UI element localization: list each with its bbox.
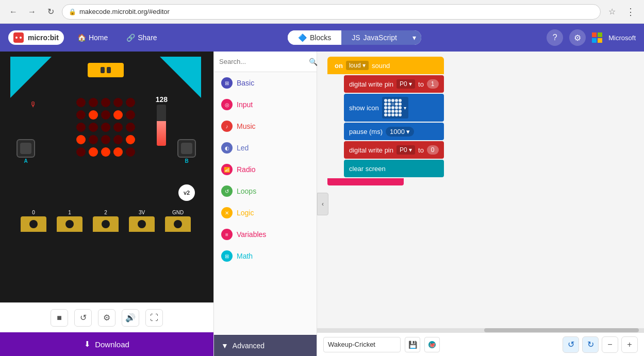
zoom-out-button[interactable]: − — [602, 336, 618, 353]
category-list: ⊞ Basic ◎ Input ♪ Music ◐ Led — [214, 72, 317, 335]
button-a[interactable]: A — [16, 139, 35, 158]
g-led-2 — [391, 99, 394, 102]
svg-rect-0 — [13, 32, 24, 43]
home-nav-link[interactable]: 🏠 Home — [72, 30, 113, 45]
value-1: 1 — [427, 79, 439, 89]
pin-3v-label: 3V — [139, 210, 145, 215]
settings-button[interactable]: ⚙ — [569, 29, 586, 46]
share-nav-link[interactable]: 🔗 Share — [121, 30, 162, 45]
browser-menu-button[interactable]: ⋮ — [623, 5, 638, 19]
g-led-14 — [399, 106, 402, 109]
category-radio[interactable]: 📶 Radio — [214, 159, 317, 180]
clear-screen-block[interactable]: clear screen — [344, 160, 444, 177]
pin-1: 1 — [52, 210, 88, 232]
microsoft-logo — [592, 32, 602, 43]
category-led[interactable]: ◐ Led — [214, 137, 317, 159]
pin-0-connector[interactable] — [21, 216, 46, 232]
stop-button[interactable]: ■ — [51, 309, 68, 327]
digital-write-2-label: digital write pin — [349, 146, 393, 154]
back-button[interactable]: ← — [6, 5, 21, 19]
math-icon: ⊞ — [221, 250, 233, 262]
usb-holes — [101, 67, 111, 73]
download-bar[interactable]: ⬇ Download — [0, 332, 213, 356]
bookmark-button[interactable]: ☆ — [605, 5, 619, 19]
mode-dropdown-button[interactable]: ▾ — [407, 30, 421, 45]
usb-hole-2 — [107, 67, 111, 73]
led-0-0 — [76, 98, 86, 107]
simulator-controls: ■ ↺ ⚙ 🔊 ⛶ — [0, 302, 213, 332]
pin-1-connector[interactable] — [57, 216, 82, 232]
icon-dropdown-arrow[interactable]: ▾ — [404, 105, 406, 111]
scrollbar-thumb[interactable] — [484, 328, 639, 332]
save-button[interactable]: 💾 — [405, 337, 420, 352]
category-variables[interactable]: ≡ Variables — [214, 224, 317, 245]
sound-toggle-button[interactable]: 🔊 — [122, 309, 139, 327]
pause-dropdown-arrow[interactable]: ▾ — [406, 128, 410, 135]
pin-2-connector[interactable] — [93, 216, 119, 232]
category-loops[interactable]: ↺ Loops — [214, 180, 317, 202]
blocks-mode-button[interactable]: 🔷 Blocks — [288, 30, 341, 45]
button-b[interactable]: B — [177, 139, 196, 158]
collapse-toolbox-button[interactable]: ‹ — [317, 193, 328, 215]
forward-button[interactable]: → — [25, 5, 39, 19]
event-loud-dropdown[interactable]: loud ▾ — [346, 61, 369, 70]
address-bar[interactable]: 🔒 makecode.microbit.org/#editor — [62, 4, 601, 20]
show-icon-block[interactable]: show icon — [344, 94, 444, 122]
search-bar: 🔍 — [214, 52, 317, 72]
fullscreen-button[interactable]: ⛶ — [145, 309, 163, 327]
microbit-device: 🎙 128 — [10, 57, 201, 232]
logic-icon: ✕ — [221, 207, 233, 218]
g-led-13 — [395, 106, 398, 109]
category-basic[interactable]: ⊞ Basic — [214, 72, 317, 94]
event-block[interactable]: on loud ▾ sound — [327, 57, 444, 74]
event-sound-text: sound — [372, 62, 390, 70]
g-led-10 — [384, 106, 387, 109]
home-label: Home — [89, 33, 108, 42]
zoom-in-button[interactable]: + — [621, 336, 638, 353]
icon-selector[interactable]: ▾ — [382, 97, 408, 118]
project-name-input[interactable] — [323, 337, 401, 352]
pause-value-container[interactable]: 1000 ▾ — [386, 127, 414, 137]
javascript-mode-button[interactable]: JS JavaScript — [341, 30, 407, 45]
pause-block[interactable]: pause (ms) 1000 ▾ — [344, 123, 444, 140]
restart-button[interactable]: ↺ — [74, 309, 92, 327]
event-on-text: on — [335, 62, 343, 70]
pin-gnd-connector[interactable] — [165, 216, 191, 232]
digital-write-1-block[interactable]: digital write pin P0 ▾ to 1 — [344, 75, 444, 93]
advanced-item[interactable]: ▼ Advanced — [214, 335, 317, 356]
category-math[interactable]: ⊞ Math — [214, 245, 317, 267]
block-canvas: ‹ on loud ▾ sound digital write pin P0 ▾… — [317, 52, 644, 356]
pin-0-circle — [29, 220, 38, 228]
category-input[interactable]: ◎ Input — [214, 94, 317, 115]
help-button[interactable]: ? — [547, 29, 563, 46]
input-label: Input — [237, 100, 253, 109]
pause-value: 1000 — [390, 128, 405, 135]
pause-label: pause (ms) — [349, 128, 383, 135]
g-led-23 — [395, 113, 398, 116]
digital-write-2-block[interactable]: digital write pin P0 ▾ to 0 — [344, 141, 444, 159]
pin-dropdown-1[interactable]: P0 ▾ — [397, 79, 415, 89]
g-led-1 — [388, 99, 391, 102]
toolbox-panel: 🔍 ⊞ Basic ◎ Input ♪ Music — [214, 52, 317, 356]
loops-icon: ↺ — [221, 185, 233, 197]
horizontal-scrollbar[interactable] — [317, 328, 644, 332]
search-input[interactable] — [219, 58, 306, 65]
led-4-3 — [113, 147, 123, 157]
led-1-0 — [76, 110, 86, 120]
github-button[interactable]: 🐙 — [424, 337, 440, 352]
debug-button[interactable]: ⚙ — [98, 309, 115, 327]
logo-text: micro:bit — [28, 33, 59, 42]
led-0-2 — [101, 98, 110, 107]
refresh-button[interactable]: ↻ — [43, 5, 58, 19]
pin-gnd: GND — [160, 210, 196, 232]
pin-1-circle — [65, 220, 74, 228]
redo-button[interactable]: ↻ — [582, 336, 599, 353]
led-2-2 — [101, 123, 110, 132]
corner-decoration-right — [160, 57, 201, 98]
category-music[interactable]: ♪ Music — [214, 115, 317, 137]
pin-3v-connector[interactable] — [129, 216, 155, 232]
category-logic[interactable]: ✕ Logic — [214, 202, 317, 224]
undo-button[interactable]: ↺ — [563, 336, 579, 353]
pin-dropdown-2[interactable]: P0 ▾ — [397, 145, 415, 155]
button-a-inner — [20, 143, 31, 154]
